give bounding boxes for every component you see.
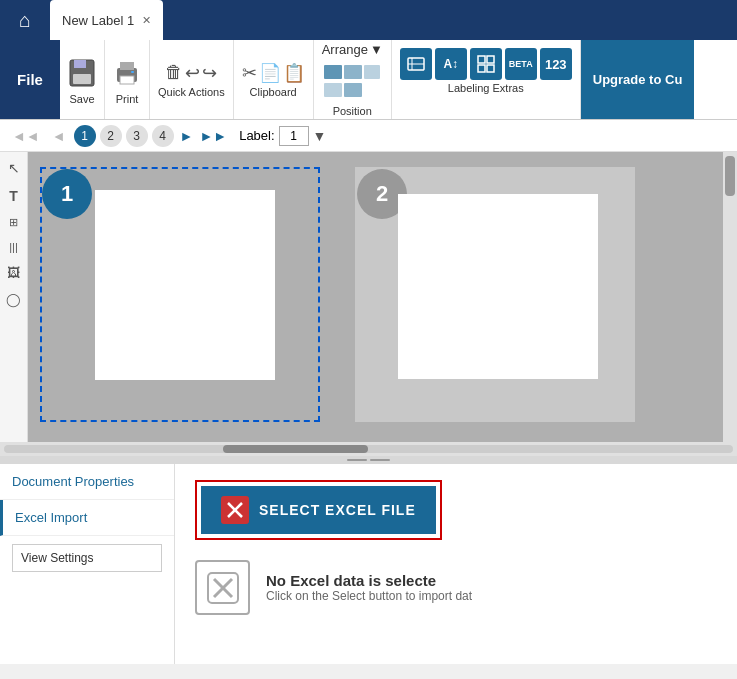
resize-handle[interactable] xyxy=(0,456,737,464)
select-excel-button[interactable]: SELECT EXCEL FILE xyxy=(201,486,436,534)
resize-dot-1 xyxy=(347,459,367,461)
vertical-scrollbar[interactable] xyxy=(723,152,737,442)
svg-rect-10 xyxy=(324,83,342,97)
nav-first-button[interactable]: ◄◄ xyxy=(8,126,44,146)
extras-icon-3[interactable] xyxy=(470,48,502,80)
canvas-area: 1 2 ↖ T ⊞ ||| 🖼 ◯ xyxy=(0,152,737,442)
draw-tool-button[interactable]: ◯ xyxy=(2,288,25,311)
svg-rect-6 xyxy=(131,71,134,73)
label-number-input[interactable] xyxy=(279,126,309,146)
right-panel: SELECT EXCEL FILE No Excel data is selec… xyxy=(175,464,737,664)
quick-action-trash[interactable]: 🗑 xyxy=(165,62,183,83)
save-button[interactable] xyxy=(68,55,96,91)
barcode-tool-button[interactable]: ||| xyxy=(5,237,22,257)
select-excel-label: SELECT EXCEL FILE xyxy=(259,502,416,518)
title-bar: ⌂ New Label 1 ✕ xyxy=(0,0,737,40)
save-label: Save xyxy=(69,93,94,105)
nav-next-button[interactable]: ► xyxy=(178,126,196,146)
labeling-extras-group: A↕ BETA 123 Labeling Extras xyxy=(392,40,581,119)
no-excel-subtitle: Click on the Select button to import dat xyxy=(266,589,472,603)
left-panel: Document Properties Excel Import View Se… xyxy=(0,464,175,664)
quick-actions-icons: 🗑 ↩ ↪ xyxy=(165,62,217,84)
resize-dot-2 xyxy=(370,459,390,461)
nav-page-1-button[interactable]: 1 xyxy=(74,125,96,147)
position-label: Position xyxy=(333,105,372,117)
no-excel-title: No Excel data is selecte xyxy=(266,572,472,589)
excel-icon xyxy=(221,496,249,524)
document-properties-item[interactable]: Document Properties xyxy=(0,464,174,500)
tab-label: New Label 1 xyxy=(62,13,134,28)
h-scrollbar-thumb[interactable] xyxy=(223,445,369,453)
svg-rect-17 xyxy=(478,65,485,72)
clipboard-label: Clipboard xyxy=(250,86,297,98)
nav-page-2-button[interactable]: 2 xyxy=(100,125,122,147)
nav-page-3-button[interactable]: 3 xyxy=(126,125,148,147)
svg-rect-4 xyxy=(120,62,134,70)
no-excel-icon xyxy=(195,560,250,615)
quick-actions-group: 🗑 ↩ ↪ Quick Actions xyxy=(150,40,234,119)
labeling-extras-label: Labeling Extras xyxy=(448,82,524,94)
svg-rect-18 xyxy=(487,65,494,72)
svg-rect-8 xyxy=(344,65,362,79)
resize-dots xyxy=(347,459,390,461)
save-group: Save xyxy=(60,40,105,119)
quick-action-undo[interactable]: ↩ xyxy=(185,62,200,84)
arrange-group: Arrange ▼ Position xyxy=(314,40,392,119)
nav-last-button[interactable]: ►► xyxy=(199,128,227,144)
svg-rect-11 xyxy=(344,83,362,97)
no-excel-text: No Excel data is selecte Click on the Se… xyxy=(266,572,472,603)
label-1-box xyxy=(95,190,275,380)
document-tab[interactable]: New Label 1 ✕ xyxy=(50,0,163,40)
svg-rect-5 xyxy=(120,76,134,84)
svg-rect-1 xyxy=(74,60,86,68)
extras-icon-4[interactable]: BETA xyxy=(505,48,537,80)
upgrade-button[interactable]: Upgrade to Cu xyxy=(581,40,695,119)
label-text: Label: xyxy=(239,128,274,143)
extras-icon-5[interactable]: 123 xyxy=(540,48,572,80)
nav-page-4-button[interactable]: 4 xyxy=(152,125,174,147)
file-menu-button[interactable]: File xyxy=(0,40,60,119)
svg-rect-2 xyxy=(73,74,91,84)
clipboard-group: ✂ 📄 📋 Clipboard xyxy=(234,40,314,119)
nav-prev-button[interactable]: ◄ xyxy=(48,126,70,146)
label-nav-icon[interactable]: ▼ xyxy=(313,128,327,144)
h-scrollbar-track xyxy=(4,445,733,453)
shape-tool-button[interactable]: ⊞ xyxy=(5,212,22,233)
quick-action-redo[interactable]: ↪ xyxy=(202,62,217,84)
tab-close-button[interactable]: ✕ xyxy=(142,14,151,27)
extras-icon-2[interactable]: A↕ xyxy=(435,48,467,80)
bottom-panel: Document Properties Excel Import View Se… xyxy=(0,464,737,664)
svg-rect-9 xyxy=(364,65,380,79)
label-2-box xyxy=(398,194,598,379)
no-excel-area: No Excel data is selecte Click on the Se… xyxy=(195,560,472,615)
ribbon: File Save Print 🗑 ↩ ↪ xyxy=(0,40,737,120)
svg-rect-7 xyxy=(324,65,342,79)
print-group: Print xyxy=(105,40,150,119)
v-scrollbar-thumb[interactable] xyxy=(725,156,735,196)
label-area: Label: ▼ xyxy=(239,126,326,146)
copy-button[interactable]: 📄 xyxy=(259,62,281,84)
view-settings-item[interactable]: View Settings xyxy=(12,544,162,572)
svg-rect-15 xyxy=(478,56,485,63)
print-label: Print xyxy=(116,93,139,105)
print-button[interactable] xyxy=(113,55,141,91)
label-1-circle: 1 xyxy=(42,169,92,219)
left-toolbar: ↖ T ⊞ ||| 🖼 ◯ xyxy=(0,152,28,442)
cut-button[interactable]: ✂ xyxy=(242,62,257,84)
home-button[interactable]: ⌂ xyxy=(0,0,50,40)
paste-button[interactable]: 📋 xyxy=(283,62,305,84)
select-excel-wrapper: SELECT EXCEL FILE xyxy=(195,480,442,540)
extras-icon-1[interactable] xyxy=(400,48,432,80)
navigation-bar: ◄◄ ◄ 1 2 3 4 ► ►► Label: ▼ xyxy=(0,120,737,152)
horizontal-scrollbar[interactable] xyxy=(0,442,737,456)
excel-import-item[interactable]: Excel Import xyxy=(0,500,174,536)
text-tool-button[interactable]: T xyxy=(5,184,22,208)
clipboard-icons: ✂ 📄 📋 xyxy=(242,62,305,84)
extras-icons: A↕ BETA 123 xyxy=(400,48,572,80)
svg-rect-16 xyxy=(487,56,494,63)
quick-actions-label: Quick Actions xyxy=(158,86,225,98)
arrange-button[interactable]: Arrange ▼ xyxy=(322,42,383,57)
image-tool-button[interactable]: 🖼 xyxy=(3,261,24,284)
select-tool-button[interactable]: ↖ xyxy=(4,156,24,180)
